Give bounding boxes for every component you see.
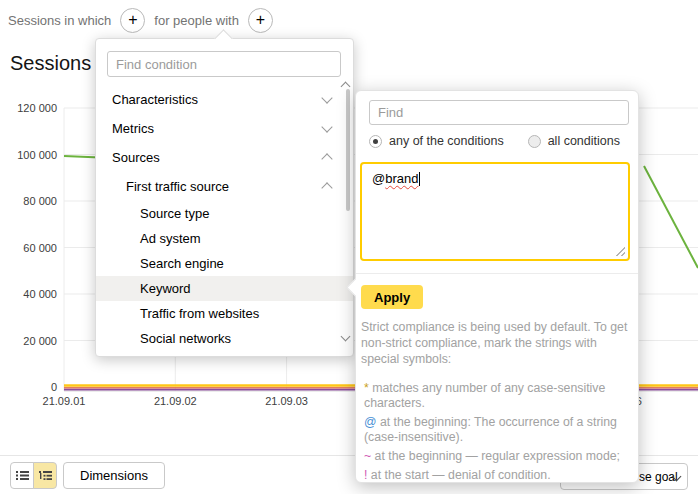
match-all-radio[interactable]: all conditions: [528, 134, 620, 148]
svg-text:100 000: 100 000: [17, 149, 57, 161]
add-session-condition-button[interactable]: +: [120, 8, 145, 33]
condition-item-label: Keyword: [140, 281, 191, 296]
view-toggle-group: [10, 462, 57, 489]
dimensions-button[interactable]: Dimensions: [63, 462, 165, 489]
plus-icon: +: [128, 12, 137, 28]
resize-handle-icon[interactable]: [614, 245, 625, 256]
condition-item-label: Metrics: [112, 121, 154, 136]
sessions-filter-label: Sessions in which: [8, 13, 111, 28]
condition-item-label: Traffic from websites: [140, 306, 259, 321]
people-filter-label: for people with: [154, 13, 239, 28]
special-symbol: ~: [364, 449, 371, 463]
match-any-label: any of the conditions: [389, 134, 504, 148]
apply-button[interactable]: Apply: [361, 285, 423, 309]
help-item: @ at the beginning: The occurrence of a …: [364, 415, 632, 445]
keyword-filter-popup: any of the conditions all conditions @br…: [355, 90, 639, 483]
svg-text:120 000: 120 000: [17, 102, 57, 114]
list-view-icon: [16, 470, 29, 481]
chart-title: Sessions: [10, 52, 91, 75]
chevron-up-icon: [321, 153, 332, 164]
chevron-down-icon: [321, 121, 332, 132]
help-symbol-list: * matches any number of any case-sensiti…: [364, 381, 632, 487]
radio-unselected-icon: [528, 135, 541, 148]
match-mode-radios: any of the conditions all conditions: [369, 134, 620, 148]
condition-item-sources[interactable]: Sources: [96, 143, 353, 172]
condition-item-label: Search engine: [140, 256, 224, 271]
condition-item-first-traffic-source[interactable]: First traffic source: [96, 172, 353, 201]
text-cursor: [419, 172, 420, 186]
condition-item-label: First traffic source: [126, 179, 229, 194]
scrollbar-thumb[interactable]: [346, 89, 350, 211]
keyword-find-input[interactable]: [369, 100, 629, 125]
match-any-radio[interactable]: any of the conditions: [369, 134, 504, 148]
add-people-condition-button[interactable]: +: [248, 8, 273, 33]
svg-text:20 000: 20 000: [23, 335, 57, 347]
plus-icon: +: [256, 12, 265, 28]
textarea-value: @brand: [372, 171, 418, 186]
svg-text:21.09.02: 21.09.02: [154, 395, 197, 407]
help-item: * matches any number of any case-sensiti…: [364, 381, 632, 411]
metrica-segmentation-page: 120 000100 00080 00060 00040 00020 00002…: [0, 0, 698, 494]
svg-text:0: 0: [51, 381, 57, 393]
svg-text:80 000: 80 000: [23, 195, 57, 207]
svg-text:40 000: 40 000: [23, 288, 57, 300]
condition-search-input[interactable]: [107, 51, 341, 77]
condition-item-label: Sources: [112, 150, 160, 165]
svg-text:21.09.01: 21.09.01: [43, 395, 86, 407]
condition-item-ad-system[interactable]: Ad system: [96, 226, 353, 251]
keyword-value-textarea[interactable]: @brand: [360, 162, 630, 261]
condition-item-characteristics[interactable]: Characteristics: [96, 85, 353, 114]
match-all-label: all conditions: [548, 134, 620, 148]
condition-item-traffic-from-websites[interactable]: Traffic from websites: [96, 301, 353, 326]
condition-item-label: Source type: [140, 206, 209, 221]
chevron-down-icon: [321, 92, 332, 103]
special-symbol: @: [364, 415, 376, 429]
condition-item-label: Social networks: [140, 331, 231, 346]
condition-item-keyword[interactable]: Keyword: [96, 276, 353, 301]
list-view-button[interactable]: [10, 462, 34, 489]
condition-item-metrics[interactable]: Metrics: [96, 114, 353, 143]
help-intro-text: Strict compliance is being used by defau…: [361, 319, 633, 367]
help-item: ! at the start — denial of condition.: [364, 468, 632, 483]
special-symbol: *: [364, 381, 369, 395]
tree-view-icon: [39, 470, 52, 481]
condition-dropdown-panel: CharacteristicsMetricsSourcesFirst traff…: [95, 38, 354, 357]
segment-filter-bar: Sessions in which + for people with +: [8, 8, 273, 33]
condition-item-label: Characteristics: [112, 92, 198, 107]
chevron-up-icon: [321, 182, 332, 193]
condition-list: CharacteristicsMetricsSourcesFirst traff…: [96, 85, 353, 351]
tree-view-button[interactable]: [33, 462, 57, 489]
svg-text:21.09.03: 21.09.03: [265, 395, 308, 407]
condition-item-label: Ad system: [140, 231, 201, 246]
radio-selected-icon: [369, 135, 382, 148]
divider: [356, 273, 638, 274]
special-symbol: !: [364, 468, 367, 482]
help-item: ~ at the beginning — regular expression …: [364, 449, 632, 464]
condition-item-search-engine[interactable]: Search engine: [96, 251, 353, 276]
condition-item-social-networks[interactable]: Social networks: [96, 326, 353, 351]
condition-item-source-type[interactable]: Source type: [96, 201, 353, 226]
svg-text:60 000: 60 000: [23, 242, 57, 254]
